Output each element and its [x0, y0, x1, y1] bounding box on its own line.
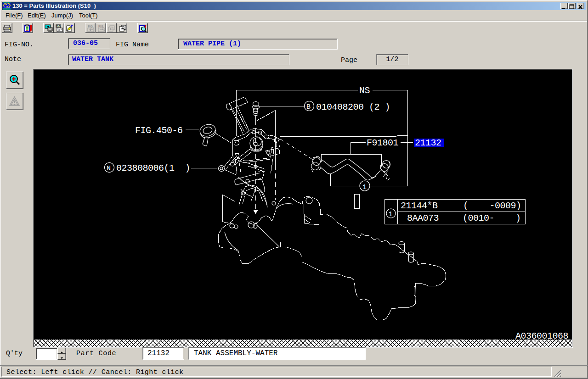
- svg-text:(0010- ): (0010- ): [463, 213, 521, 223]
- svg-text:A036001068: A036001068: [515, 331, 568, 340]
- svg-text:FIG.: FIG.: [88, 25, 94, 28]
- svg-text:8AA073: 8AA073: [407, 213, 439, 223]
- svg-text:010408200 (2 ): 010408200 (2 ): [316, 102, 390, 112]
- svg-text:21132: 21132: [415, 138, 441, 148]
- svg-text:1: 1: [362, 184, 367, 191]
- svg-text:023808006(1 ): 023808006(1 ): [116, 163, 190, 173]
- svg-text:1: 1: [389, 211, 392, 218]
- svg-text:FIG.450-6: FIG.450-6: [135, 125, 183, 136]
- svg-text:21144*B: 21144*B: [401, 201, 438, 211]
- svg-text:NS: NS: [359, 85, 370, 96]
- svg-text:FIG.: FIG.: [98, 25, 104, 28]
- svg-text:( -0009): ( -0009): [463, 201, 521, 211]
- svg-text:N: N: [107, 165, 111, 173]
- svg-text:FIG: FIG: [57, 25, 61, 28]
- svg-text:B: B: [306, 103, 311, 111]
- svg-text:F91801: F91801: [367, 138, 399, 148]
